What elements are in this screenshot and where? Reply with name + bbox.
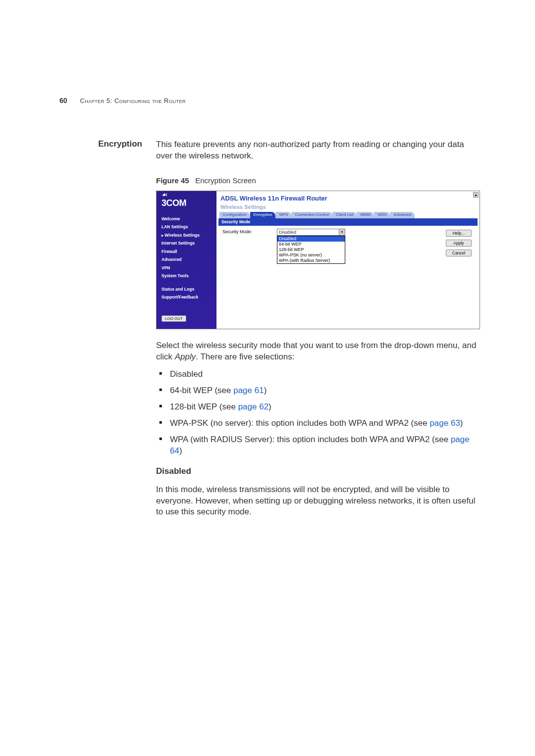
instruction-paragraph: Select the wireless security mode that y… (156, 340, 480, 363)
sidebar-item-welcome[interactable]: Welcome (157, 215, 216, 223)
option-disabled[interactable]: Disabled (277, 236, 345, 242)
option-wpapsk[interactable]: WPA-PSK (no server) (277, 252, 345, 258)
chevron-down-icon: ▼ (339, 229, 345, 235)
sidebar-item-vpn[interactable]: VPN (157, 264, 216, 272)
router-sidebar: ☙ 3COM Welcome LAN Settings Wireless Set… (157, 191, 216, 329)
subsection-paragraph: In this mode, wireless transmissions wil… (156, 484, 480, 518)
chapter-title: Chapter 5: Configuring the Router (80, 97, 185, 104)
tab-wds[interactable]: WDS (374, 212, 390, 218)
sidebar-item-internet[interactable]: Internet Settings (157, 240, 216, 248)
list-item: 128-bit WEP (see page 62) (156, 402, 480, 413)
tab-wmm[interactable]: WMM (357, 212, 374, 218)
brand-text: 3COM (161, 197, 216, 209)
security-mode-label: Security Mode: (222, 229, 277, 235)
apply-button[interactable]: Apply (446, 240, 472, 247)
security-mode-select[interactable]: Disabled ▼ (277, 229, 345, 236)
sidebar-item-status[interactable]: Status and Logs (157, 285, 216, 293)
tab-connection-control[interactable]: Connection Control (292, 212, 332, 218)
tab-client-list[interactable]: Client List (332, 212, 357, 218)
tab-advanced[interactable]: Advanced (390, 212, 415, 218)
option-128wep[interactable]: 128-bit WEP (277, 247, 345, 252)
tab-bar: Configuration Encryption WPS Connection … (216, 211, 480, 218)
list-item: WPA (with RADIUS Server): this option in… (156, 434, 480, 457)
page-number: 60 (59, 97, 67, 104)
tab-wps[interactable]: WPS (275, 212, 291, 218)
figure-label: Figure 45 (156, 176, 189, 185)
security-mode-options: Disabled 64-bit WEP 128-bit WEP WPA-PSK … (277, 236, 345, 264)
option-64wep[interactable]: 64-bit WEP (277, 242, 345, 247)
section-side-heading: Encryption (98, 139, 142, 149)
brand-logo: ☙ 3COM (157, 191, 216, 211)
tab-configuration[interactable]: Configuration (219, 212, 250, 218)
sidebar-item-lan[interactable]: LAN Settings (157, 223, 216, 231)
sidebar-item-advanced[interactable]: Advanced (157, 256, 216, 264)
running-header: 60 Chapter 5: Configuring the Router (59, 97, 476, 104)
sidebar-item-wireless[interactable]: Wireless Settings (157, 231, 216, 240)
sidebar-item-firewall[interactable]: Firewall (157, 248, 216, 255)
logout-button[interactable]: LOG OUT (161, 315, 186, 322)
page-link[interactable]: page 62 (238, 402, 268, 411)
product-title: ADSL Wireless 11n Firewall Router (220, 194, 480, 203)
figure-title: Encryption Screen (195, 176, 256, 185)
section-header: Security Mode (218, 219, 478, 225)
list-item: 64-bit WEP (see page 61) (156, 385, 480, 397)
cancel-button[interactable]: Cancel (446, 250, 472, 256)
option-wparadius[interactable]: WPA (with Radius Server) (277, 258, 345, 263)
section-intro: This feature prevents any non-authorized… (156, 139, 480, 162)
tab-encryption[interactable]: Encryption (250, 212, 276, 218)
breadcrumb-subtitle: Wireless Settings (220, 203, 480, 211)
subsection-heading: Disabled (156, 466, 480, 477)
sidebar-item-systemtools[interactable]: System Tools (157, 272, 216, 280)
page-link[interactable]: page 63 (429, 418, 460, 428)
figure-caption: Figure 45 Encryption Screen (156, 176, 480, 186)
sidebar-item-support[interactable]: Support/Feedback (157, 294, 216, 302)
security-mode-value: Disabled (279, 229, 296, 235)
list-item: Disabled (156, 369, 480, 380)
page-link[interactable]: page 61 (233, 386, 264, 395)
help-button[interactable]: Help... (446, 230, 472, 237)
scroll-up-icon[interactable]: ▲ (473, 192, 479, 198)
list-item: WPA-PSK (no server): this option include… (156, 418, 480, 429)
selections-list: Disabled 64-bit WEP (see page 61) 128-bi… (156, 369, 480, 457)
encryption-screenshot: ☙ 3COM Welcome LAN Settings Wireless Set… (156, 191, 480, 329)
